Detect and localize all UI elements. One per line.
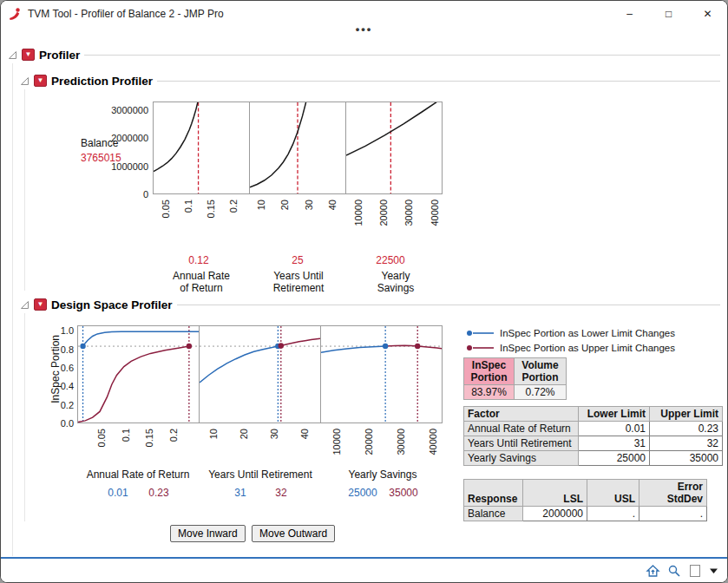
inspec-vs-lower-limit-marker[interactable] xyxy=(383,344,388,349)
prediction-panel-savings[interactable] xyxy=(345,102,443,194)
jmp-logo-icon xyxy=(8,7,22,21)
limit-buttons: Move Inward Move Outward xyxy=(170,525,338,542)
dropdown-arrow-icon[interactable] xyxy=(709,567,718,574)
x-axis-ticks: 0.05 0.1 0.15 0.2 xyxy=(77,427,200,467)
x-tick-label: 40000 xyxy=(430,200,441,226)
move-inward-button[interactable]: Move Inward xyxy=(170,525,246,542)
table-row: Balance 2000000 . . xyxy=(464,507,707,521)
upper-limit-value[interactable]: 32 xyxy=(255,487,307,499)
inspec-vs-lower-limit-marker[interactable] xyxy=(80,344,85,349)
inspec-vs-lower-limit-curve xyxy=(321,346,385,352)
inspec-vs-upper-limit-curve xyxy=(281,338,320,345)
factor-name: Annual Rate of Return xyxy=(464,422,579,436)
upper-limit-cell[interactable]: 35000 xyxy=(650,451,723,466)
y-tick-label: 0.8 xyxy=(48,344,74,355)
upper-limit-cell[interactable]: 32 xyxy=(650,436,723,451)
x-tick-label: 20 xyxy=(239,429,250,439)
magnifier-icon[interactable] xyxy=(667,564,681,578)
x-tick-label: 0.05 xyxy=(96,429,108,447)
legend-item-lower: InSpec Portion as Lower Limit Changes xyxy=(465,328,675,338)
table-row: Annual Rate of Return 0.01 0.23 xyxy=(464,422,723,436)
disclosure-triangle-icon[interactable] xyxy=(20,76,30,86)
legend-item-upper: InSpec Portion as Upper Limit Changes xyxy=(465,343,675,353)
design-factor-label-years: Years Until Retirement xyxy=(191,468,330,481)
y-tick-label: 0.6 xyxy=(48,363,74,373)
usl-cell[interactable]: . xyxy=(587,507,639,521)
error-stddev-cell[interactable]: . xyxy=(639,507,707,521)
inspec-vs-upper-limit-curve xyxy=(78,346,189,423)
move-outward-button[interactable]: Move Outward xyxy=(252,525,335,542)
design-space-plot[interactable] xyxy=(200,326,320,423)
y-tick-label: 0.0 xyxy=(48,418,74,429)
red-triangle-menu-icon[interactable]: ▼ xyxy=(34,75,47,87)
x-tick-label: 30 xyxy=(269,429,280,439)
lower-limit-cell[interactable]: 25000 xyxy=(579,451,650,466)
design-panel-annual-rate[interactable] xyxy=(77,325,200,423)
usl-column-header: USL xyxy=(587,480,639,507)
volume-portion-value: 0.72% xyxy=(515,385,567,400)
outline-header-design-space-profiler: ▼ Design Space Profiler xyxy=(20,297,720,312)
close-button[interactable]: ✕ xyxy=(688,1,727,27)
inspec-vs-upper-limit-marker[interactable] xyxy=(415,344,420,349)
x-tick-label: 40 xyxy=(327,200,338,210)
home-icon[interactable] xyxy=(646,564,660,578)
red-triangle-menu-icon[interactable]: ▼ xyxy=(34,298,47,311)
red-triangle-menu-icon[interactable]: ▼ xyxy=(22,49,35,61)
design-panel-savings[interactable] xyxy=(320,325,443,423)
prediction-trace-plot[interactable] xyxy=(346,102,442,193)
inspec-vs-upper-limit-marker[interactable] xyxy=(187,344,192,349)
x-tick-label: 30000 xyxy=(403,200,415,226)
current-value-annual-rate[interactable]: 0.12 xyxy=(173,254,225,266)
current-value-years[interactable]: 25 xyxy=(272,254,324,266)
legend-swatch-blue-line-icon xyxy=(465,329,495,337)
trace-curve xyxy=(346,102,436,155)
prediction-panel-years[interactable] xyxy=(249,102,346,194)
response-spec-table: Response LSL USL ErrorStdDev Balance 200… xyxy=(463,479,707,521)
prediction-trace-plot[interactable] xyxy=(250,102,345,193)
outline-header-profiler: ▼ Profiler xyxy=(8,47,720,62)
x-axis-ticks: 10 20 30 40 xyxy=(249,198,346,248)
upper-limit-value[interactable]: 35000 xyxy=(377,487,430,499)
header-rule xyxy=(157,81,720,82)
page-icon[interactable] xyxy=(688,564,702,578)
lsl-cell[interactable]: 2000000 xyxy=(523,507,587,521)
design-space-plot[interactable] xyxy=(78,326,199,423)
maximize-button[interactable]: □ xyxy=(649,1,688,27)
x-tick-label: 40000 xyxy=(428,429,439,455)
inspec-portion-value: 83.97% xyxy=(464,385,515,400)
design-panel-years[interactable] xyxy=(199,325,321,423)
y-tick-label: 0.4 xyxy=(48,381,74,391)
volume-portion-header: Volume Portion xyxy=(515,358,567,385)
factor-label-years: Years UntilRetirement xyxy=(246,270,351,294)
minimize-button[interactable]: – xyxy=(610,1,649,27)
outline-guide xyxy=(24,89,25,291)
y-tick-label: 1000000 xyxy=(95,161,148,172)
x-tick-label: 10 xyxy=(208,429,220,439)
prediction-trace-plot[interactable] xyxy=(154,102,249,193)
lower-limit-column-header: Lower Limit xyxy=(579,407,650,422)
status-bar xyxy=(1,557,727,582)
disclosure-triangle-icon[interactable] xyxy=(20,300,30,310)
lower-limit-cell[interactable]: 31 xyxy=(579,436,650,451)
design-space-plot[interactable] xyxy=(321,326,442,423)
design-factor-label-annual-rate: Annual Rate of Return xyxy=(69,468,207,481)
upper-limit-cell[interactable]: 0.23 xyxy=(650,422,723,436)
header-rule xyxy=(84,55,720,56)
y-tick-label: 2000000 xyxy=(95,133,148,143)
inspec-vs-upper-limit-marker[interactable] xyxy=(279,343,284,348)
disclosure-triangle-icon[interactable] xyxy=(8,50,17,60)
lower-limit-cell[interactable]: 0.01 xyxy=(579,422,650,436)
factor-name: Yearly Savings xyxy=(464,451,579,466)
y-tick-label: 1.0 xyxy=(48,325,74,336)
inspec-vs-lower-limit-curve xyxy=(200,346,278,383)
x-axis-ticks: 10000 20000 30000 40000 xyxy=(345,198,443,248)
x-tick-label: 20000 xyxy=(378,200,390,226)
upper-limit-value[interactable]: 0.23 xyxy=(133,487,185,499)
x-tick-label: 20000 xyxy=(364,429,375,455)
dock-grip-handle[interactable]: ••• xyxy=(1,24,727,35)
design-factor-label-savings: Yearly Savings xyxy=(313,468,452,481)
trace-curve xyxy=(154,102,199,172)
factor-name: Years Until Retirement xyxy=(464,436,579,451)
current-value-savings[interactable]: 22500 xyxy=(364,254,416,266)
prediction-panel-annual-rate[interactable] xyxy=(153,102,250,194)
